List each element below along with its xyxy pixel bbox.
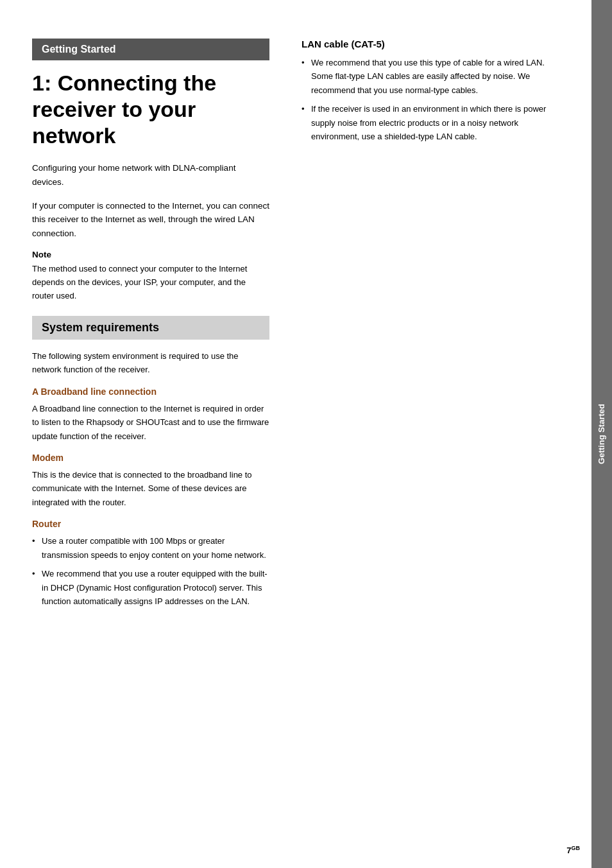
lan-cable-bullet-1: We recommend that you use this type of c…: [302, 56, 552, 97]
page-number-value: 7: [566, 846, 571, 855]
getting-started-header: Getting Started: [32, 39, 269, 60]
broadband-heading: A Broadband line connection: [32, 386, 269, 397]
system-requirements-box: System requirements: [32, 316, 269, 340]
side-tab: Getting Started: [591, 0, 612, 868]
page-number-suffix: GB: [572, 845, 581, 851]
router-bullet-1: Use a router compatible with 100 Mbps or…: [32, 534, 269, 562]
router-heading: Router: [32, 519, 269, 529]
left-column: Getting Started 1: Connecting the receiv…: [0, 19, 289, 849]
broadband-text: A Broadband line connection to the Inter…: [32, 402, 269, 443]
intro-paragraph1: Configuring your home network with DLNA-…: [32, 161, 269, 189]
system-requirements-title: System requirements: [42, 321, 159, 334]
router-bullet-2: We recommend that you use a router equip…: [32, 567, 269, 608]
lan-cable-bullet-2: If the receiver is used in an environmen…: [302, 102, 552, 143]
intro-paragraph2: If your computer is connected to the Int…: [32, 199, 269, 241]
system-requirements-intro: The following system environment is requ…: [32, 349, 269, 377]
right-column: LAN cable (CAT-5) We recommend that you …: [289, 19, 571, 849]
lan-cable-heading: LAN cable (CAT-5): [302, 39, 552, 49]
lan-cable-bullets: We recommend that you use this type of c…: [302, 56, 552, 144]
modem-text: This is the device that is connected to …: [32, 468, 269, 509]
side-tab-text: Getting Started: [597, 404, 608, 464]
page-number: 7GB: [566, 845, 580, 855]
modem-heading: Modem: [32, 453, 269, 463]
note-text: The method used to connect your computer…: [32, 263, 269, 302]
main-title: 1: Connecting the receiver to your netwo…: [32, 70, 269, 148]
router-bullets: Use a router compatible with 100 Mbps or…: [32, 534, 269, 608]
getting-started-label: Getting Started: [42, 44, 116, 55]
note-section: Note The method used to connect your com…: [32, 250, 269, 302]
note-title: Note: [32, 250, 269, 259]
